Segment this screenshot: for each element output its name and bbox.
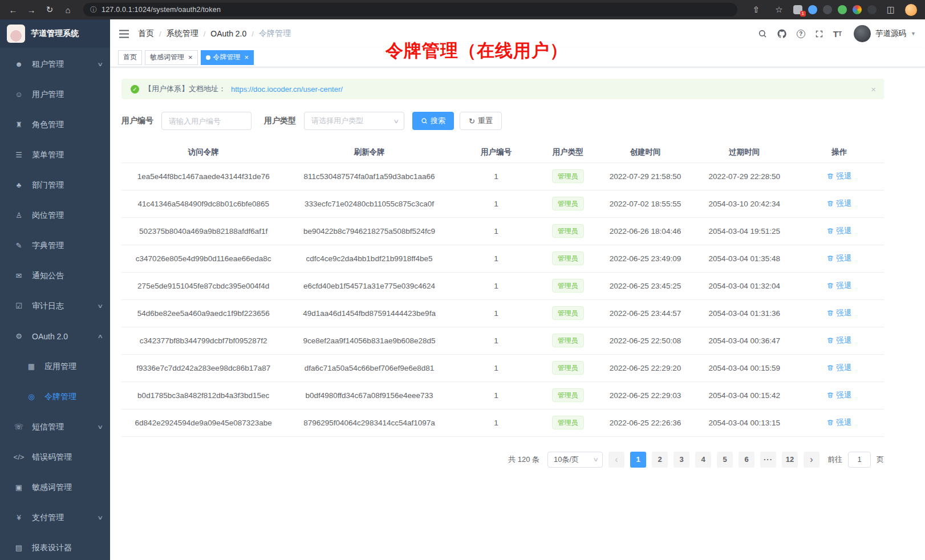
extension-icon-3[interactable] [823, 5, 832, 14]
address-bar[interactable]: ⓘ 127.0.0.1:1024/system/oauth2/token [83, 3, 737, 17]
sidebar-item-label: 审计日志 [32, 301, 64, 311]
table-body: 1ea5e44f8bc1467aaede43144f31de76811c5304… [121, 163, 884, 436]
share-icon[interactable]: ⇧ [748, 2, 765, 18]
tab-2[interactable]: 敏感词管理× [145, 50, 198, 65]
page-button-1[interactable]: 1 [630, 452, 646, 468]
sidebar-item-user[interactable]: ☺用户管理 [0, 79, 110, 109]
force-logout-button[interactable]: 强退 [827, 281, 851, 291]
extensions-puzzle-icon[interactable] [867, 5, 877, 14]
reset-button[interactable]: ↻ 重置 [460, 112, 502, 130]
extension-icon-1[interactable]: 1 [793, 5, 802, 14]
extension-icon-2[interactable] [808, 5, 817, 14]
sidebar-item-token[interactable]: ◎令牌管理 [0, 382, 110, 412]
sidebar-item-post[interactable]: ♙岗位管理 [0, 200, 110, 230]
page-button-3[interactable]: 3 [674, 452, 689, 468]
page-button-6[interactable]: 6 [739, 452, 754, 468]
home-icon[interactable]: ⌂ [59, 2, 76, 18]
breadcrumb-item[interactable]: 首页 [138, 29, 154, 39]
create-time-cell: 2022-07-29 21:58:50 [597, 163, 694, 190]
sidebar-item-dept[interactable]: ♣部门管理 [0, 170, 110, 200]
user-type-select[interactable]: 请选择用户类型 ∨ [304, 112, 404, 130]
sidebar: 芋道管理系统 ☻租户管理∨☺用户管理♜角色管理☰菜单管理♣部门管理♙岗位管理✎字… [0, 19, 110, 560]
search-icon[interactable] [758, 29, 767, 38]
extension-icon-4[interactable] [838, 5, 847, 14]
tab-close-icon[interactable]: × [188, 54, 193, 61]
breadcrumb-item[interactable]: OAuth 2.0 [210, 29, 246, 38]
tab-close-icon[interactable]: × [245, 54, 249, 61]
sidebar-item-dict[interactable]: ✎字典管理 [0, 230, 110, 261]
refresh-token-cell: 49d1aa46d1454fbd87591444423be9fa [285, 299, 453, 327]
doc-link[interactable]: https://doc.iocoder.cn/user-center/ [231, 85, 343, 94]
sidebar-item-sensitive[interactable]: ▣敏感词管理 [0, 472, 110, 502]
force-logout-button[interactable]: 强退 [827, 171, 851, 181]
page-button-5[interactable]: 5 [717, 452, 733, 468]
next-page-button[interactable]: › [804, 452, 819, 468]
page-button-2[interactable]: 2 [652, 452, 668, 468]
create-time-cell: 2022-06-25 22:50:08 [597, 327, 694, 354]
refresh-token-cell: 811c530487574fa0af1a59d3abc1aa66 [285, 163, 453, 190]
fullscreen-icon[interactable] [815, 30, 823, 38]
prev-page-button[interactable]: ‹ [608, 452, 624, 468]
app-logo[interactable]: 芋道管理系统 [0, 19, 110, 48]
site-info-icon[interactable]: ⓘ [90, 5, 97, 15]
alert-banner: ✓ 【用户体系】文档地址： https://doc.iocoder.cn/use… [121, 79, 884, 99]
tab-1[interactable]: 首页 [118, 50, 142, 65]
sidebar-item-app[interactable]: ▦应用管理 [0, 351, 110, 382]
page-size-select[interactable]: 10条/页 ∨ [547, 452, 603, 468]
collapse-sidebar-icon[interactable] [119, 30, 129, 38]
user-id-label: 用户编号 [121, 116, 153, 126]
page-size-value: 10条/页 [554, 455, 579, 465]
chevron-up-icon: ∧ [97, 333, 103, 339]
sidebar-item-oauth[interactable]: ⚙OAuth 2.0∧ [0, 321, 110, 351]
user-id-input[interactable] [161, 112, 251, 130]
force-logout-button[interactable]: 强退 [827, 335, 851, 346]
extension-icon-5[interactable] [853, 5, 862, 14]
help-icon[interactable]: ? [797, 30, 805, 38]
pay-icon: ¥ [13, 513, 25, 522]
force-logout-button[interactable]: 强退 [827, 363, 851, 373]
alert-close-icon[interactable]: × [871, 84, 876, 94]
github-icon[interactable] [777, 29, 787, 39]
search-button[interactable]: 搜索 [412, 112, 454, 130]
page-button-12[interactable]: 12 [782, 452, 798, 468]
sidebar-item-tenant[interactable]: ☻租户管理∨ [0, 49, 110, 79]
force-logout-button[interactable]: 强退 [827, 198, 851, 209]
sidebar-item-errcode[interactable]: </>错误码管理 [0, 442, 110, 472]
table-row: c342377bf8b344799dcbf7bf095287f29ce8ef2a… [121, 327, 884, 354]
sidebar-item-menu[interactable]: ☰菜单管理 [0, 140, 110, 170]
force-logout-button[interactable]: 强退 [827, 226, 851, 236]
page-list: 123456···12 [630, 452, 798, 468]
forward-icon[interactable]: → [23, 2, 40, 18]
force-logout-label: 强退 [836, 308, 851, 318]
sidebar-item-notice[interactable]: ✉通知公告 [0, 261, 110, 291]
reload-icon[interactable]: ↻ [41, 2, 58, 18]
force-logout-button[interactable]: 强退 [827, 417, 851, 428]
sidebar-item-role[interactable]: ♜角色管理 [0, 109, 110, 140]
browser-profile-avatar[interactable] [905, 4, 917, 16]
user-type-cell: 管理员 [539, 272, 597, 299]
goto-page-input[interactable] [848, 452, 871, 468]
sms-icon: ☏ [13, 423, 25, 431]
force-logout-button[interactable]: 强退 [827, 308, 851, 318]
sidebar-item-pay[interactable]: ¥支付管理∨ [0, 502, 110, 533]
page-button-4[interactable]: 4 [695, 452, 711, 468]
force-logout-button[interactable]: 强退 [827, 390, 851, 400]
access-token-cell: f9336e7c7dd242a283ee98dc86b17a87 [121, 354, 285, 382]
search-icon [421, 117, 428, 124]
sidebar-item-audit[interactable]: ☑审计日志∨ [0, 291, 110, 321]
sidebar-item-sms[interactable]: ☏短信管理∨ [0, 412, 110, 442]
page-ellipsis[interactable]: ··· [760, 452, 776, 468]
tab-3[interactable]: 令牌管理× [201, 50, 254, 65]
column-header: 刷新令牌 [285, 143, 453, 163]
action-cell: 强退 [795, 272, 884, 299]
force-logout-button[interactable]: 强退 [827, 253, 851, 263]
bookmark-star-icon[interactable]: ☆ [770, 2, 788, 18]
goto-suffix: 页 [877, 455, 884, 465]
create-time-cell: 2022-06-25 22:29:20 [597, 354, 694, 382]
split-view-icon[interactable]: ◫ [882, 2, 899, 18]
back-icon[interactable]: ← [5, 2, 22, 18]
font-size-icon[interactable]: TT [833, 29, 842, 39]
breadcrumb-item[interactable]: 系统管理 [167, 29, 198, 39]
user-menu[interactable]: 芋道源码 ▼ [854, 25, 916, 42]
sidebar-item-report[interactable]: ▤报表设计器 [0, 533, 110, 560]
